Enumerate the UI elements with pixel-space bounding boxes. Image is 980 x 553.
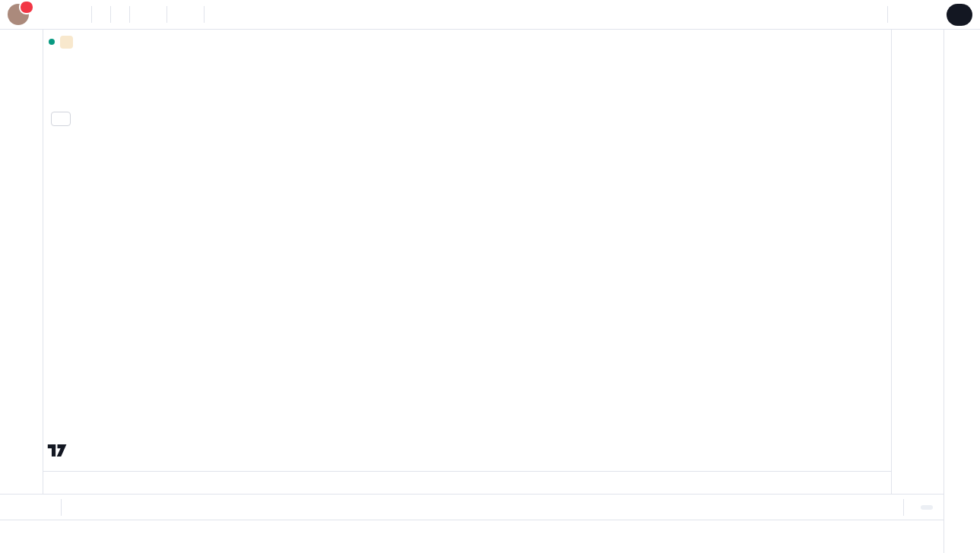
tradingview-logo[interactable] xyxy=(47,441,73,460)
alert-button[interactable] xyxy=(171,3,186,26)
price-chart[interactable] xyxy=(43,30,891,494)
toolbar-divider xyxy=(204,6,205,23)
avatar-notification-badge xyxy=(19,0,34,14)
adjustment-toggle[interactable] xyxy=(912,505,921,510)
fullscreen-button[interactable] xyxy=(913,3,924,26)
tradingview-app xyxy=(0,0,980,553)
legend-collapse-button[interactable] xyxy=(51,112,71,126)
undo-button[interactable] xyxy=(208,3,219,26)
contract-label xyxy=(848,136,890,147)
compare-add-symbol-button[interactable] xyxy=(77,3,87,26)
chart-pane[interactable] xyxy=(43,30,940,494)
publish-button[interactable] xyxy=(947,4,972,26)
drawing-toolbar xyxy=(0,30,43,494)
chart-legend xyxy=(49,34,81,107)
toolbar-divider xyxy=(110,6,111,23)
layout-select-button[interactable] xyxy=(865,3,883,26)
status-bar xyxy=(0,494,944,520)
chart-settings-button[interactable] xyxy=(902,3,913,26)
right-sidebar xyxy=(944,30,980,553)
market-status-dot xyxy=(49,39,55,45)
symbol-search-button[interactable] xyxy=(38,3,52,26)
toolbar-divider xyxy=(167,6,167,23)
tradingview-logo-icon xyxy=(47,441,68,460)
bottom-panel-bar xyxy=(0,520,944,553)
toolbar-divider xyxy=(129,6,130,23)
user-avatar[interactable] xyxy=(8,4,29,25)
session-toggle[interactable] xyxy=(921,505,933,510)
toolbar-divider xyxy=(61,499,62,516)
redo-button[interactable] xyxy=(219,3,230,26)
quick-search-button[interactable] xyxy=(892,3,902,26)
indicators-button[interactable] xyxy=(134,3,152,26)
indicator-templates-button[interactable] xyxy=(152,3,163,26)
toolbar-divider xyxy=(91,6,92,23)
top-toolbar xyxy=(0,0,980,30)
screenshot-button[interactable] xyxy=(924,3,934,26)
toolbar-divider xyxy=(887,6,888,23)
chart-type-button[interactable] xyxy=(115,3,125,26)
interval-badge[interactable] xyxy=(60,36,73,49)
price-axis[interactable] xyxy=(891,30,940,494)
time-axis-separator xyxy=(43,471,940,472)
toolbar-divider xyxy=(903,499,904,516)
replay-button[interactable] xyxy=(186,3,200,26)
interval-button[interactable] xyxy=(96,3,106,26)
